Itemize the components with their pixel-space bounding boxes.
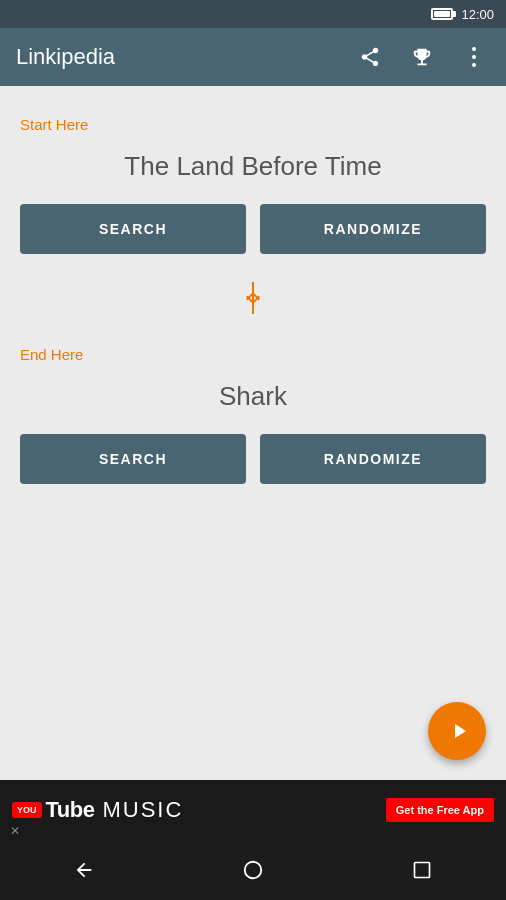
end-label: End Here xyxy=(20,346,486,363)
recent-apps-button[interactable] xyxy=(392,850,452,890)
svg-rect-1 xyxy=(414,863,429,878)
youtube-icon: You xyxy=(12,802,42,818)
end-section: End Here Shark SEARCH RANDOMIZE xyxy=(20,346,486,484)
bottom-nav xyxy=(0,840,506,900)
back-arrow-icon xyxy=(73,859,95,881)
app-bar-icons xyxy=(354,41,490,73)
get-app-button[interactable]: Get the Free App xyxy=(386,798,494,822)
ad-close-button[interactable]: ✕ xyxy=(10,824,20,838)
swap-arrows[interactable] xyxy=(20,282,486,318)
svg-point-0 xyxy=(245,862,262,879)
more-vertical-icon[interactable] xyxy=(458,41,490,73)
start-article-title: The Land Before Time xyxy=(20,151,486,182)
start-label: Start Here xyxy=(20,116,486,133)
start-search-button[interactable]: SEARCH xyxy=(20,204,246,254)
ad-banner: You Tube MUSiC Get the Free App ✕ xyxy=(0,780,506,840)
tube-text: Tube xyxy=(46,797,95,823)
music-text: MUSiC xyxy=(102,797,183,823)
back-button[interactable] xyxy=(54,850,114,890)
battery-icon xyxy=(431,8,453,20)
recent-apps-icon xyxy=(412,860,432,880)
youtube-logo: You Tube MUSiC xyxy=(12,797,183,823)
home-circle-icon xyxy=(242,859,264,881)
trophy-icon[interactable] xyxy=(406,41,438,73)
end-button-row: SEARCH RANDOMIZE xyxy=(20,434,486,484)
swap-arrows-icon xyxy=(241,282,265,318)
start-randomize-button[interactable]: RANDOMIZE xyxy=(260,204,486,254)
app-bar: Linkipedia xyxy=(0,28,506,86)
play-icon xyxy=(447,719,471,743)
share-icon[interactable] xyxy=(354,41,386,73)
start-section: Start Here The Land Before Time SEARCH R… xyxy=(20,116,486,254)
start-button-row: SEARCH RANDOMIZE xyxy=(20,204,486,254)
status-time: 12:00 xyxy=(461,7,494,22)
end-search-button[interactable]: SEARCH xyxy=(20,434,246,484)
end-article-title: Shark xyxy=(20,381,486,412)
main-content: Start Here The Land Before Time SEARCH R… xyxy=(0,86,506,780)
dots xyxy=(472,47,476,67)
home-button[interactable] xyxy=(223,850,283,890)
play-fab-button[interactable] xyxy=(428,702,486,760)
app-title: Linkipedia xyxy=(16,44,342,70)
status-bar: 12:00 xyxy=(0,0,506,28)
end-randomize-button[interactable]: RANDOMIZE xyxy=(260,434,486,484)
